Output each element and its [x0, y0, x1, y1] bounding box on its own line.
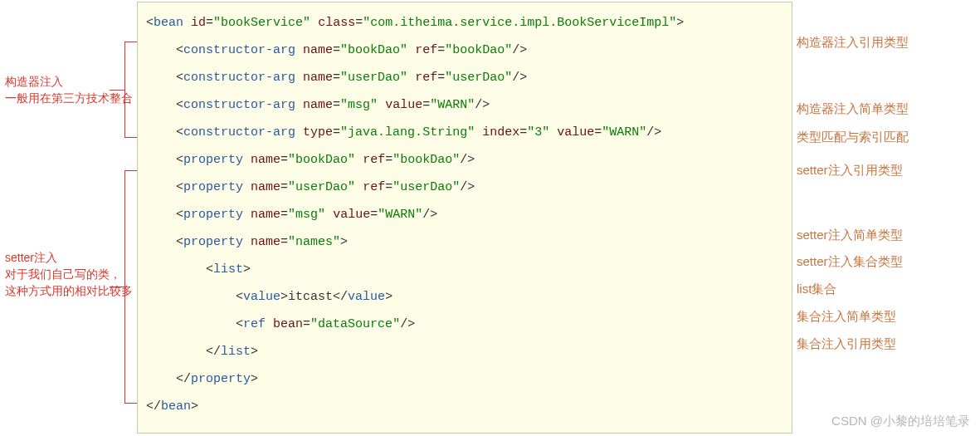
note-setter-2: 对于我们自己写的类， — [5, 266, 121, 282]
rnote-ctor-simple: 构造器注入简单类型 — [797, 101, 909, 117]
rnote-ctor-ref: 构造器注入引用类型 — [797, 35, 909, 51]
watermark: CSDN @小黎的培培笔录 — [831, 414, 970, 429]
rnote-coll-simple: 集合注入简单类型 — [797, 309, 896, 325]
note-constructor-1: 构造器注入 — [5, 73, 63, 90]
note-setter-3: 这种方式用的相对比较多 — [5, 282, 133, 299]
rnote-list: list集合 — [797, 282, 836, 297]
rnote-setter-ref: setter注入引用类型 — [797, 163, 903, 179]
rnote-coll-ref: 集合注入引用类型 — [797, 336, 896, 352]
note-constructor-2: 一般用在第三方技术整合 — [5, 90, 133, 106]
left-annotation-column: 构造器注入 一般用在第三方技术整合 setter注入 对于我们自己写的类， 这种… — [0, 0, 137, 436]
rnote-setter-simple: setter注入简单类型 — [797, 228, 903, 243]
note-setter-1: setter注入 — [5, 249, 57, 266]
rnote-setter-coll: setter注入集合类型 — [797, 254, 903, 270]
code-block: <bean id="bookService" class="com.itheim… — [137, 2, 792, 434]
rnote-type-index: 类型匹配与索引匹配 — [797, 130, 909, 145]
